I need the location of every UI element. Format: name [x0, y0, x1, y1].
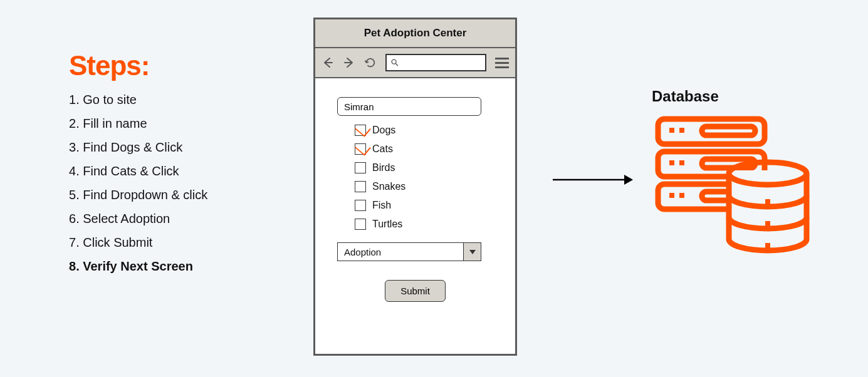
check-label: Turtles — [372, 219, 402, 230]
check-label: Cats — [372, 143, 393, 155]
app-title: Pet Adoption Center — [315, 19, 515, 48]
svg-line-1 — [395, 63, 398, 66]
step-item: Fill in name — [69, 111, 269, 135]
database-label: Database — [652, 88, 815, 105]
svg-point-0 — [392, 59, 396, 64]
check-snakes[interactable]: Snakes — [355, 181, 493, 192]
svg-marker-2 — [469, 250, 476, 254]
svg-rect-13 — [679, 193, 684, 198]
svg-marker-4 — [624, 175, 633, 185]
steps-list: Go to site Fill in name Find Dogs & Clic… — [69, 88, 269, 278]
checkbox-icon — [355, 200, 366, 211]
step-item: Find Dropdown & click — [69, 183, 269, 207]
back-icon[interactable] — [322, 56, 334, 69]
svg-rect-20 — [765, 221, 770, 226]
step-item: Select Adoption — [69, 207, 269, 230]
svg-rect-12 — [669, 193, 674, 198]
refresh-icon[interactable] — [364, 56, 377, 69]
check-label: Birds — [372, 162, 395, 173]
checkbox-icon — [355, 162, 366, 173]
type-dropdown[interactable]: Adoption — [337, 242, 481, 261]
check-turtles[interactable]: Turtles — [355, 219, 493, 230]
svg-rect-8 — [669, 128, 674, 133]
checkbox-icon — [355, 181, 366, 192]
step-item: Find Cats & Click — [69, 159, 269, 183]
check-label: Fish — [372, 200, 391, 211]
checkbox-icon — [355, 219, 366, 230]
checkbox-icon — [355, 125, 366, 136]
forward-icon[interactable] — [343, 56, 355, 69]
arrow-icon — [552, 172, 633, 190]
step-item: Click Submit — [69, 230, 269, 254]
step-item: Go to site — [69, 88, 269, 111]
svg-rect-14 — [702, 127, 755, 135]
check-dogs[interactable]: Dogs — [355, 125, 493, 136]
svg-rect-9 — [679, 128, 684, 133]
chevron-down-icon — [463, 243, 481, 261]
step-item: Verify Next Screen — [69, 254, 269, 278]
svg-rect-11 — [679, 160, 684, 165]
submit-button[interactable]: Submit — [385, 280, 446, 302]
svg-rect-10 — [669, 160, 674, 165]
check-cats[interactable]: Cats — [355, 143, 493, 155]
step-item: Find Dogs & Click — [69, 135, 269, 159]
check-label: Dogs — [372, 125, 395, 136]
steps-heading: Steps: — [69, 50, 269, 81]
url-search-field[interactable] — [385, 54, 486, 71]
svg-rect-21 — [765, 243, 770, 248]
name-input[interactable] — [337, 97, 481, 116]
browser-toolbar — [315, 48, 515, 78]
search-icon — [390, 58, 399, 67]
form-body: Dogs Cats Birds Snakes Fish Turtles — [315, 78, 515, 314]
steps-panel: Steps: Go to site Fill in name Find Dogs… — [69, 50, 269, 278]
check-label: Snakes — [372, 181, 405, 192]
svg-rect-19 — [765, 199, 770, 204]
check-fish[interactable]: Fish — [355, 200, 493, 211]
phone-mockup: Pet Adoption Center Dogs Cats — [313, 18, 517, 356]
database-icon — [652, 114, 815, 258]
checkbox-icon — [355, 143, 366, 155]
url-input[interactable] — [402, 57, 481, 68]
check-birds[interactable]: Birds — [355, 162, 493, 173]
dropdown-value: Adoption — [338, 247, 463, 257]
pet-check-list: Dogs Cats Birds Snakes Fish Turtles — [355, 125, 493, 230]
database-section: Database — [652, 88, 815, 258]
menu-icon[interactable] — [495, 58, 509, 68]
